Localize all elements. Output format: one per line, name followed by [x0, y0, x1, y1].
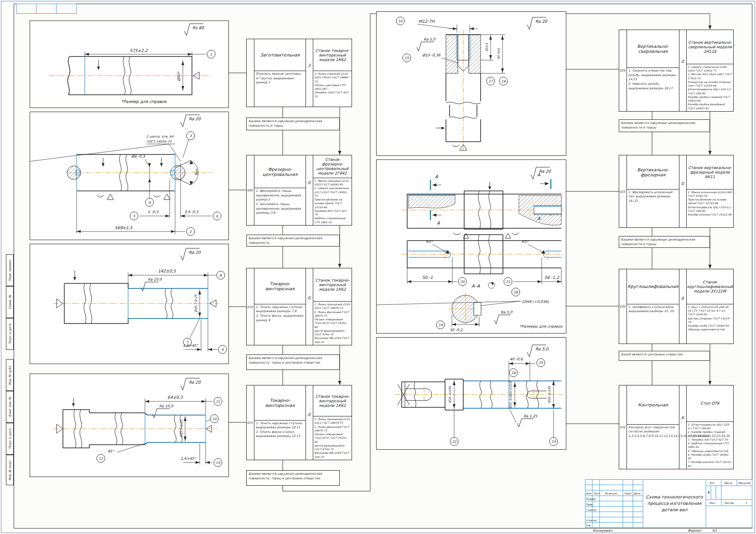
balloon-19: 19 — [438, 323, 443, 327]
op-name: Токарно-винторезная — [254, 268, 306, 304]
tb-col-podp: Подп. — [624, 492, 632, 495]
tb-listov-value: 1 — [746, 502, 747, 504]
callout-center-holes-1: 2 центр. отв. А4 — [146, 135, 174, 139]
tb-tkontr: Т.контр. — [586, 508, 597, 512]
tb-listov-label: Листов — [724, 502, 734, 504]
note-reference-size: *Размер для справок — [121, 99, 167, 104]
tb-prov: Пров. — [586, 503, 593, 506]
machine-name: Станок токарно-винторезный модели 1К62 — [313, 268, 352, 301]
section-mark-a-bottom-left: А — [437, 221, 440, 226]
balloon-18: 18 — [513, 290, 518, 294]
dim-569: 569±1,5 — [114, 226, 133, 230]
op-number-cell: 005 — [247, 155, 254, 225]
dim-40: 40 -0,6 — [510, 357, 523, 361]
dim-575: 575±2,2 — [129, 48, 148, 53]
dim-50: 50 -1 — [422, 275, 433, 280]
dim-30-5: 30±5 — [485, 43, 489, 52]
op-020: 020 Вертикально-сверлильная 1. Сверлить … — [619, 30, 734, 112]
tb-title-line1: Схема технологического — [646, 494, 703, 499]
machine-name: Стол ОТК — [687, 385, 733, 421]
tb-lit-value: У — [707, 490, 710, 495]
label-r5-right: R5* — [522, 240, 529, 244]
balloon-17: 17 — [488, 79, 493, 83]
machine-tools: 1. Фреза шпоночная 2234-0365 ГОСТ 9140-7… — [687, 189, 733, 227]
frame-field-podp-data-2: Подп. и дата — [6, 423, 14, 455]
finish-mark-ra5: Ra 5,0 — [424, 37, 435, 41]
op-030: 030 Круглошлифовальная 1. Шлифовать ступ… — [619, 269, 734, 344]
op-qty-cell: 3 — [306, 39, 313, 107]
op-tasks: 1. Шлифовать ступени вала, выдерживая ра… — [627, 304, 679, 344]
frame-field-perv-primen: Перв. примен. — [6, 254, 14, 286]
balloon-21: 21 — [506, 280, 510, 284]
machine-name: Станок токарно-винторезный модели 1К62 — [313, 385, 352, 416]
machine-tools: 1. Резец проходной 2103-0011 ГОСТ 18879-… — [313, 301, 352, 345]
op-qty-cell: К — [679, 385, 687, 469]
tb-col-izm: Изм. — [586, 492, 592, 495]
op-number-cell: 030 — [619, 269, 627, 344]
finish-mark-ra10: Ra 10,0 — [159, 404, 174, 408]
section-mark-a-top-left: А — [435, 174, 438, 179]
op-name: Вертикально-сверлильная — [627, 30, 679, 67]
dim-dia357: Ø35,7-0,25 — [180, 420, 183, 438]
op-number-cell: 035 — [619, 385, 627, 469]
dim-dia4: Ø4 -0,3 — [131, 154, 145, 159]
dim-chamfer-16x45: 1,6×45° — [181, 457, 197, 461]
base-note-3: Базами является наружная цилиндрическая … — [246, 354, 340, 370]
finish-mark-ra20: Ra 20 — [539, 169, 551, 174]
dim-dia35-right: Ø35 -0,039 — [548, 386, 551, 403]
base-note-2: Базами является наружная цилиндрическая … — [246, 235, 340, 246]
dim-thread-m12: М12-7Н — [419, 19, 435, 24]
op-qty-cell: 0 — [679, 155, 687, 227]
dim-64: 64±0,3 — [167, 395, 183, 400]
op-tasks: 1. Фрезеровать шпоночный паз, выдерживая… — [627, 189, 679, 227]
dim-56: 56 -1,2 — [544, 275, 559, 280]
tb-list-label: Лист — [709, 502, 716, 504]
finish-mark-ra20: Ra 20 — [189, 380, 201, 385]
balloon-12: 12 — [98, 457, 104, 461]
op-tasks: 1. Точить наружные ступени, выдерживая р… — [254, 304, 306, 345]
op-tasks: Отрезать мерную заготовку от прутка, выд… — [254, 71, 306, 107]
op-name: Заготовительная — [254, 39, 306, 71]
tb-title-line2: процесса изготовления — [647, 501, 702, 506]
tb-scale-label: Масштаб — [738, 482, 751, 484]
op-zagotovitelnaya: Заготовительная Отрезать мерную заготовк… — [246, 39, 352, 107]
format-label: Формат — [688, 529, 701, 533]
kopiroval-label: Копировал — [593, 529, 612, 533]
finish-mark-ra5: Ra 5,0 — [501, 310, 513, 314]
dim-30-02: 30 -0,2 — [450, 328, 463, 332]
section-mark-a-top-right: А — [537, 172, 540, 177]
machine-tools: 1. Резец отрезной 2130-0251 Т5К10 ГОСТ 1… — [313, 71, 352, 107]
dim-dia40: Ø40* — [177, 72, 181, 81]
tb-nkontr: Н.контр. — [586, 519, 597, 522]
base-note-5: Базами является наружные цилиндрические … — [619, 119, 710, 132]
machine-tools: 1. Круг 1 250х20х105 24А 40-16 СТ1 7 К1Т… — [687, 304, 733, 344]
op-010: 010 Токарно-винторезная 1. Точить наружн… — [246, 268, 352, 345]
balloon-25: 25 — [539, 361, 544, 365]
machine-name: Станок вертикально-фрезерный модели 6К11 — [687, 155, 733, 189]
machine-tools: 1. Резец проходной 2103-0011 ГОСТ 18879-… — [313, 416, 352, 460]
balloon-13: 13 — [216, 461, 221, 465]
finish-mark-ra20: Ra 20 — [535, 19, 548, 24]
dim-5: 5 -0,3 — [148, 210, 159, 214]
view-centering: Ra 20 2 центр. отв. А4 ГОСТ 14034-74 60°… — [30, 112, 229, 240]
tb-col-doc: № докум. — [605, 492, 617, 495]
finish-mark-rz80: Rz 80 — [192, 26, 205, 30]
dim-dia35-mid: Ø35 -0,002/-0,018 — [509, 381, 513, 408]
op-number-cell: 025 — [619, 155, 627, 227]
tb-lit-label: Лит. — [709, 482, 715, 484]
frame-field-inv-podl: Инв. № подл. — [6, 455, 14, 485]
note-reference-sizes: *Размеры для справок — [519, 324, 563, 329]
view-turning-2: Ra 20 64±0,3 11 Ra 10,0 — [30, 374, 229, 477]
machine-tools: 1. Сверло спиральное 2300-0203 ГОСТ 1090… — [687, 64, 733, 111]
frame-field-vzam-inv: Взам. инв. № — [6, 391, 14, 423]
dim-dia357: Ø35,7-0,25 — [194, 294, 198, 313]
view-drilling: Ra 20 М12-7Н 16 Ra 5,0 Ø10 -0,36 15 — [376, 11, 566, 156]
dim-angle-60: 60° — [194, 168, 200, 176]
op-005: 005 Фрезерно-центровальная 1. Фрезероват… — [246, 155, 352, 226]
tb-col-data: Дата — [634, 492, 641, 495]
balloon-15: 15 — [404, 56, 409, 60]
balloon-11: 11 — [216, 400, 220, 404]
dim-chamfer-16x45: 1,6×45° — [183, 344, 199, 348]
op-qty-cell: 0 — [306, 155, 313, 225]
op-tasks: 1. Фрезеровать торцы одновременно, выдер… — [254, 188, 306, 225]
